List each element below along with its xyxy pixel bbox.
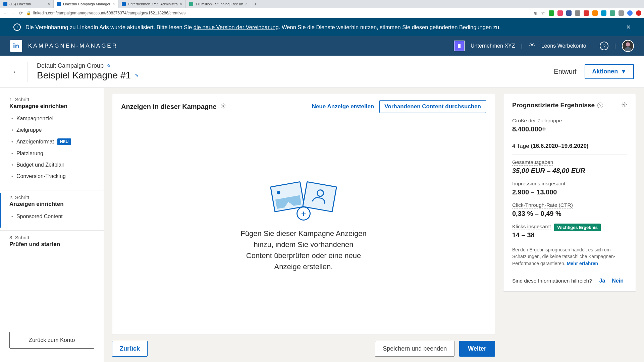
terms-banner: i Die Vereinbarung zu LinkedIn Ads wurde… (0, 18, 644, 36)
forecast-settings-icon[interactable] (622, 102, 627, 109)
feedback-yes-button[interactable]: Ja (596, 278, 609, 284)
profile-icon[interactable] (627, 10, 633, 16)
help-icon[interactable]: ? (600, 42, 608, 50)
new-ad-link[interactable]: Neue Anzeige erstellen (312, 103, 374, 110)
linkedin-logo[interactable]: in (10, 40, 22, 52)
edit-group-icon[interactable]: ✎ (107, 63, 111, 69)
company-name[interactable]: Unternehmen XYZ (471, 43, 515, 49)
address-bar: ← → ⟳ 🔒linkedin.com/campaignmanager/acco… (0, 8, 644, 18)
sidebar-item-conversion[interactable]: Conversion-Tracking (11, 171, 94, 182)
terms-link[interactable]: die neue Version der Vereinbarung (194, 24, 279, 30)
step-label: 3. Schritt (9, 235, 94, 240)
date-range: (16.6.2020–19.6.2020) (531, 143, 588, 149)
tab-close-icon[interactable]: × (180, 2, 182, 6)
sidebar-item-sponsored-content[interactable]: Sponsored Content (11, 211, 94, 222)
forecast-panel: Prognostizierte Ergebnisse ? Größe der Z… (503, 94, 636, 292)
extension-icon[interactable] (610, 10, 615, 16)
extension-icon[interactable] (575, 10, 580, 16)
tab-close-icon[interactable]: × (112, 2, 115, 6)
save-exit-button[interactable]: Speichern und beenden (375, 341, 454, 357)
edit-campaign-icon[interactable]: ✎ (135, 73, 139, 78)
browser-tabs: (15) LinkedIn× LinkedIn Campaign Manager… (0, 0, 644, 8)
learn-more-link[interactable]: Mehr erfahren (567, 261, 598, 266)
plus-icon: + (297, 206, 311, 221)
sidebar-item-zielgruppe[interactable]: Zielgruppe (11, 124, 94, 136)
close-banner-button[interactable]: × (626, 23, 631, 32)
sidebar-item-anzeigenformat[interactable]: AnzeigenformatNEU (11, 136, 94, 148)
step-title[interactable]: Kampagne einrichten (9, 103, 94, 110)
campaign-group-name: Default Campaign Group (37, 62, 104, 69)
svg-point-3 (624, 47, 631, 51)
lock-icon: 🔒 (26, 11, 31, 15)
audience-label: Größe der Zielgruppe (512, 118, 562, 124)
extension-icon[interactable] (557, 10, 563, 16)
spend-value: 35,00 EUR – 48,00 EUR (512, 167, 627, 175)
extension-icon[interactable] (566, 10, 572, 16)
step-label: 2. Schritt (9, 194, 94, 200)
forecast-title: Prognostizierte Ergebnisse (512, 102, 595, 109)
tab-close-icon[interactable]: × (245, 2, 248, 6)
actions-dropdown[interactable]: Aktionen▼ (585, 64, 634, 79)
empty-state-text: Fügen Sie dieser Kampagne Anzeigen hinzu… (240, 228, 367, 272)
campaign-status: Entwurf (554, 68, 577, 75)
next-button[interactable]: Weiter (459, 341, 495, 357)
app-header: in KAMPAGNEN-MANAGER Unternehmen XYZ | L… (0, 36, 644, 56)
step-label: 1. Schritt (9, 97, 94, 102)
company-logo[interactable] (454, 41, 465, 51)
steps-sidebar: 1. Schritt Kampagne einrichten Kampagnen… (0, 88, 104, 362)
extension-icon[interactable] (549, 10, 554, 16)
extension-icon[interactable] (584, 10, 589, 16)
forward-nav-icon[interactable]: → (11, 10, 15, 16)
banner-text: Die Vereinbarung zu LinkedIn Ads wurde a… (25, 24, 194, 30)
back-to-account-button[interactable]: Zurück zum Konto (9, 332, 94, 349)
audience-value: 8.400.000+ (512, 125, 627, 133)
spend-label: Gesamtausgaben (512, 159, 553, 166)
duration-days: 4 Tage (512, 143, 531, 149)
browse-content-button[interactable]: Vorhandenen Content durchsuchen (379, 100, 486, 113)
star-icon[interactable]: ☆ (541, 10, 545, 16)
step-title[interactable]: Anzeigen einrichten (9, 201, 94, 207)
impressions-label: Impressions insgesamt (512, 181, 566, 187)
ctr-value: 0,33 % – 0,49 % (512, 210, 627, 218)
new-tab-button[interactable]: + (251, 1, 259, 7)
zoom-icon[interactable]: ⊕ (534, 10, 538, 16)
ads-panel: Anzeigen in dieser Kampagne Neue Anzeige… (112, 94, 495, 335)
settings-icon[interactable] (529, 42, 535, 50)
reload-icon[interactable]: ⟳ (19, 10, 23, 16)
browser-tab[interactable]: (15) LinkedIn× (0, 0, 54, 8)
account-name[interactable]: Leons Werbekonto (541, 43, 586, 49)
browser-tab[interactable]: LinkedIn Campaign Manager× (54, 0, 118, 8)
campaign-name: Beispiel Kampagne #1 (37, 70, 131, 81)
panel-title: Anzeigen in dieser Kampagne (121, 103, 217, 111)
campaign-header: ← Default Campaign Group✎ Beispiel Kampa… (0, 56, 644, 88)
panel-settings-icon[interactable] (221, 103, 226, 110)
url-field[interactable]: 🔒linkedin.com/campaignmanager/account/50… (26, 11, 530, 15)
chevron-down-icon: ▼ (621, 68, 627, 75)
new-badge: NEU (57, 138, 71, 145)
notification-icon[interactable] (636, 10, 641, 16)
feedback-question: Sind diese Informationen hilfreich? (512, 278, 596, 284)
svg-point-1 (531, 45, 533, 46)
feedback-no-button[interactable]: Nein (608, 278, 627, 284)
back-nav-icon[interactable]: ← (3, 10, 7, 16)
tab-close-icon[interactable]: × (48, 2, 50, 6)
disclaimer-text: Bei den Ergebnisprognosen handelt es sic… (512, 247, 615, 266)
user-avatar[interactable] (622, 40, 634, 52)
svg-point-4 (223, 105, 224, 107)
help-icon[interactable]: ? (597, 103, 603, 108)
back-arrow-button[interactable]: ← (10, 66, 27, 77)
important-badge: Wichtiges Ergebnis (554, 224, 601, 231)
step-title[interactable]: Prüfen und starten (9, 241, 94, 248)
extension-icon[interactable] (601, 10, 606, 16)
svg-point-5 (624, 104, 625, 105)
svg-rect-0 (458, 44, 461, 48)
browser-tab[interactable]: Unternehmen XYZ: Administra× (118, 0, 186, 8)
browser-tab[interactable]: 1.8 million+ Stunning Free Im× (186, 0, 251, 8)
sidebar-item-platzierung[interactable]: Platzierung (11, 148, 94, 159)
extension-icon[interactable] (619, 10, 624, 16)
clicks-label: Klicks insgesamt (512, 224, 551, 230)
sidebar-item-budget[interactable]: Budget und Zeitplan (11, 159, 94, 171)
sidebar-item-kampagnenziel[interactable]: Kampagnenziel (11, 113, 94, 124)
extension-icon[interactable] (592, 10, 598, 16)
back-button[interactable]: Zurück (112, 341, 148, 357)
